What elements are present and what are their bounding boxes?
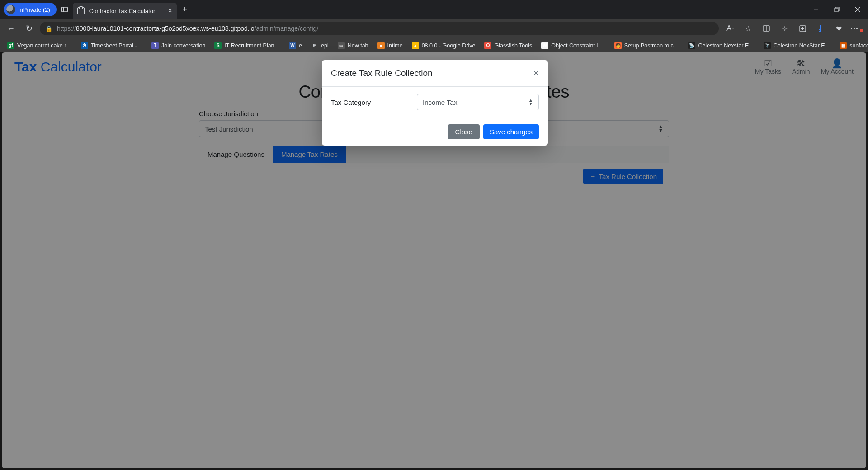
new-tab-button[interactable]: +: [177, 0, 193, 19]
bookmark-item[interactable]: OGlassfish Tools: [481, 40, 536, 51]
tax-category-value: Income Tax: [423, 99, 457, 106]
bookmark-favicon-icon: 📡: [688, 42, 695, 49]
bookmark-label: Setup Postman to c…: [624, 42, 679, 49]
tax-category-select[interactable]: Income Tax ▲▼: [417, 94, 539, 110]
favorites-icon[interactable]: ✧: [777, 21, 792, 36]
bookmark-favicon-icon: 🔭: [764, 42, 771, 49]
window-close-button[interactable]: [847, 0, 868, 19]
create-tax-rule-collection-modal: Create Tax Rule Collection × Tax Categor…: [322, 60, 548, 146]
bookmark-label: Vegan carrot cake r…: [17, 42, 72, 49]
bookmark-label: Celestron NexStar E…: [774, 42, 830, 49]
bookmark-item[interactable]: SIT Recruitment Plan…: [211, 40, 283, 51]
tab-close-icon[interactable]: ×: [168, 7, 172, 15]
bookmark-item[interactable]: ⊞epl: [307, 40, 332, 51]
browser-titlebar: InPrivate (2) Contractor Tax Calculator …: [0, 0, 868, 19]
modal-header: Create Tax Rule Collection ×: [322, 60, 548, 87]
browser-address-bar: ← ↻ 🔒 https://8000-laura10101-contractor…: [0, 19, 868, 38]
extensions-icon[interactable]: ❤: [831, 21, 846, 36]
bookmark-favicon-icon: 🧑: [614, 42, 622, 49]
favorite-star-icon[interactable]: ☆: [741, 21, 756, 36]
bookmark-favicon-icon: O: [484, 42, 491, 49]
downloads-icon[interactable]: ⭳: [813, 21, 828, 36]
url-text: https://8000-laura10101-contractorta-g5o…: [57, 25, 318, 32]
bookmark-label: IT Recruitment Plan…: [224, 42, 280, 49]
svg-rect-0: [61, 7, 67, 12]
bookmark-favicon-icon: W: [289, 42, 296, 49]
bookmark-favicon-icon: ▦: [840, 42, 847, 49]
read-aloud-icon[interactable]: A»: [722, 21, 738, 36]
bookmark-favicon-icon: ⊞: [311, 42, 318, 49]
modal-title: Create Tax Rule Collection: [331, 68, 533, 78]
bookmark-item[interactable]: WObject Constraint L…: [538, 40, 609, 51]
tab-title: Contractor Tax Calculator: [89, 8, 164, 14]
bookmark-label: sunface manual: [849, 42, 868, 49]
modal-close-button[interactable]: Close: [448, 124, 480, 139]
bookmark-label: Intime: [387, 42, 403, 49]
nav-back-button[interactable]: ←: [4, 21, 18, 36]
bookmark-label: New tab: [348, 42, 368, 49]
bookmark-label: Glassfish Tools: [494, 42, 532, 49]
split-screen-icon[interactable]: [759, 21, 774, 36]
toolbar-right: A» ☆ ✧ ⭳ ❤: [722, 21, 864, 36]
bookmark-favicon-icon: gf: [7, 42, 14, 49]
bookmark-label: Timesheet Portal -…: [91, 42, 142, 49]
bookmark-item[interactable]: 📡Celestron Nexstar E…: [684, 40, 758, 51]
inprivate-label: InPrivate (2): [18, 6, 50, 13]
lock-icon: 🔒: [45, 25, 52, 32]
bookmark-item[interactable]: ▦sunface manual: [836, 40, 868, 51]
inprivate-indicator[interactable]: InPrivate (2): [4, 3, 57, 16]
modal-body: Tax Category Income Tax ▲▼: [322, 87, 548, 118]
settings-menu-button[interactable]: [849, 21, 864, 36]
bookmark-item[interactable]: ▲08.0.0 - Google Drive: [408, 40, 479, 51]
bookmark-item[interactable]: ▭New tab: [334, 40, 372, 51]
bookmark-label: Join conversation: [161, 42, 205, 49]
bookmark-favicon-icon: ▭: [338, 42, 345, 49]
bookmark-label: e: [299, 42, 302, 49]
bookmark-favicon-icon: ●: [377, 42, 385, 49]
browser-tab-active[interactable]: Contractor Tax Calculator ×: [73, 3, 177, 19]
bookmark-favicon-icon: ⏱: [81, 42, 88, 49]
bookmark-favicon-icon: W: [541, 42, 548, 49]
modal-footer: Close Save changes: [322, 118, 548, 146]
nav-refresh-button[interactable]: ↻: [22, 21, 36, 36]
profile-avatar-icon: [6, 5, 15, 14]
modal-close-icon[interactable]: ×: [533, 67, 539, 79]
bookmark-label: Object Constraint L…: [551, 42, 605, 49]
bookmark-label: Celestron Nexstar E…: [698, 42, 754, 49]
bookmark-favicon-icon: ▲: [412, 42, 419, 49]
bookmarks-bar: gfVegan carrot cake r…⏱Timesheet Portal …: [0, 38, 868, 52]
select-caret-icon: ▲▼: [528, 99, 533, 106]
bookmark-item[interactable]: gfVegan carrot cake r…: [4, 40, 75, 51]
bookmark-favicon-icon: S: [214, 42, 222, 49]
window-maximize-button[interactable]: [826, 0, 847, 19]
bookmark-favicon-icon: T: [151, 42, 159, 49]
bookmark-item[interactable]: 🧑Setup Postman to c…: [611, 40, 683, 51]
modal-save-button[interactable]: Save changes: [483, 124, 539, 139]
bookmark-item[interactable]: We: [285, 40, 306, 51]
bookmark-item[interactable]: TJoin conversation: [148, 40, 209, 51]
collections-icon[interactable]: [795, 21, 810, 36]
tax-category-label: Tax Category: [331, 99, 408, 106]
bookmark-item[interactable]: ⏱Timesheet Portal -…: [77, 40, 146, 51]
bookmark-label: epl: [321, 42, 329, 49]
page-favicon-icon: [77, 7, 85, 14]
bookmark-item[interactable]: 🔭Celestron NexStar E…: [760, 40, 834, 51]
bookmark-label: 08.0.0 - Google Drive: [422, 42, 476, 49]
window-minimize-button[interactable]: ─: [806, 0, 826, 19]
bookmark-item[interactable]: ●Intime: [374, 40, 406, 51]
tab-actions-icon[interactable]: [57, 0, 73, 19]
svg-rect-2: [835, 8, 838, 12]
url-input[interactable]: 🔒 https://8000-laura10101-contractorta-g…: [40, 22, 719, 35]
